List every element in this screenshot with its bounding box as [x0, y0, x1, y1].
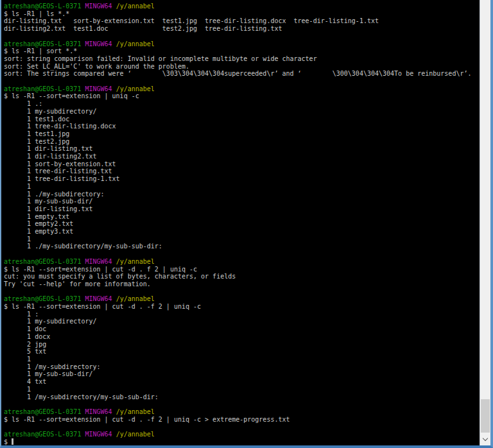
- terminal-line: sort: string comparison failed: Invalid …: [4, 55, 478, 63]
- terminal-text-segment: dir-listing.txt sort-by-extension.txt te…: [4, 17, 379, 24]
- terminal-text-segment: sort: The strings compared were ‘ \303\3…: [4, 70, 471, 77]
- scrollbar[interactable]: [480, 0, 490, 445]
- terminal-text-segment: 1 .:: [4, 100, 42, 107]
- terminal-line: 1: [4, 236, 478, 243]
- terminal-text-segment: 1 doc: [4, 325, 46, 332]
- terminal-text-segment: 1 empty3.txt: [4, 228, 73, 235]
- terminal-text-segment: 1: [4, 183, 31, 190]
- prompt-env: MINGW64: [85, 295, 112, 302]
- terminal-text-segment: 1 /my-subdirectory:: [4, 363, 101, 370]
- terminal-text-segment: $ ls -R1 | ls *.*: [4, 10, 69, 17]
- terminal-line: 1 my-subdirectory/: [4, 108, 478, 116]
- terminal-text-segment: 1 empty.txt: [4, 213, 69, 220]
- terminal-text-segment: 5 txt: [4, 348, 46, 355]
- terminal-line: atreshan@GEOS-L-0371 MINGW64 /y/annabel: [4, 3, 478, 10]
- terminal-text-segment: 1 :: [4, 311, 39, 318]
- terminal-line: $ ls -R1 | ls *.*: [4, 10, 478, 18]
- prompt-cwd: /y/annabel: [116, 258, 155, 265]
- terminal-text-segment: $ ls -R1 --sort=extension | cut -d . -f …: [4, 303, 201, 310]
- terminal-text-segment: $ ls -R1 | sort *.*: [4, 47, 77, 55]
- terminal-line: [4, 288, 478, 296]
- prompt-cwd: /y/annabel: [116, 3, 155, 10]
- terminal-line: 1 :: [4, 311, 478, 318]
- terminal-text-segment: 1: [4, 386, 31, 393]
- prompt-cwd: /y/annabel: [116, 431, 155, 438]
- terminal-line: 1 test2.jpg: [4, 138, 478, 146]
- terminal-line: [4, 401, 478, 408]
- terminal-line: $ ls -R1 --sort=extension | uniq -c: [4, 92, 478, 100]
- terminal-line: atreshan@GEOS-L-0371 MINGW64 /y/annabel: [4, 295, 478, 303]
- terminal-line: 1 tree-dir-listing.txt: [4, 168, 478, 175]
- terminal-line: atreshan@GEOS-L-0371 MINGW64 /y/annabel: [4, 85, 478, 93]
- prompt-user-host: atreshan@GEOS-L-0371: [4, 408, 81, 415]
- text-cursor: [12, 438, 13, 445]
- terminal-text-segment: 1 test2.jpg: [4, 138, 69, 145]
- terminal-line: 1 test1.doc: [4, 116, 478, 123]
- terminal-line: 1 empty2.txt: [4, 220, 478, 228]
- terminal-line: [4, 78, 478, 85]
- terminal-line: sort: Set LC_ALL='C' to work around the …: [4, 63, 478, 71]
- prompt-user-host: atreshan@GEOS-L-0371: [4, 258, 81, 265]
- scrollbar-thumb[interactable]: [481, 399, 490, 433]
- prompt-symbol: $: [4, 438, 12, 445]
- terminal-text-segment: 1 dir-listing.txt: [4, 145, 92, 152]
- terminal-line: [4, 250, 478, 258]
- terminal-line: $ ls -R1 --sort=extension | cut -d . -f …: [4, 416, 478, 424]
- terminal-line: 1 dir-listing.txt: [4, 205, 478, 213]
- terminal-line: dir-listing2.txt test1.doc test2.jpg tre…: [4, 25, 478, 33]
- prompt-cwd: /y/annabel: [116, 408, 155, 415]
- prompt-user-host: atreshan@GEOS-L-0371: [4, 431, 81, 438]
- terminal-line: 1 doc: [4, 325, 478, 333]
- terminal-text-segment: 1 docx: [4, 333, 50, 340]
- prompt-user-host: atreshan@GEOS-L-0371: [4, 40, 81, 47]
- terminal-text-segment: 1 my-sub-sub-dir/: [4, 198, 92, 205]
- terminal-text-segment: $ ls -R1 --sort=extension | cut -d . f 2…: [4, 266, 197, 273]
- terminal-text-segment: Try 'cut --help' for more information.: [4, 280, 151, 288]
- terminal-text-segment: 1: [4, 356, 31, 363]
- terminal-text-segment: sort: string comparison failed: Invalid …: [4, 55, 317, 62]
- prompt-cwd: /y/annabel: [116, 295, 155, 302]
- terminal-line: 5 txt: [4, 348, 478, 356]
- terminal-line: $ ls -R1 --sort=extension | cut -d . -f …: [4, 303, 478, 311]
- terminal-line: 4 txt: [4, 378, 478, 386]
- terminal-line: 1 ./my-subdirectory:: [4, 191, 478, 198]
- terminal-line: 1 dir-listing2.txt: [4, 153, 478, 160]
- terminal-text-segment: 1 empty2.txt: [4, 220, 73, 227]
- terminal-line: 1 tree-dir-listing-1.txt: [4, 175, 478, 183]
- scroll-down-button[interactable]: [480, 434, 490, 445]
- terminal-line: 1 sort-by-extension.txt: [4, 160, 478, 168]
- terminal-line: atreshan@GEOS-L-0371 MINGW64 /y/annabel: [4, 40, 478, 48]
- terminal-line: 1: [4, 386, 478, 393]
- terminal-text-segment: 1 test1.jpg: [4, 130, 69, 137]
- prompt-env: MINGW64: [85, 40, 112, 47]
- terminal-line: sort: The strings compared were ‘ \303\3…: [4, 70, 478, 78]
- terminal-line: $: [4, 438, 478, 445]
- terminal-line: Try 'cut --help' for more information.: [4, 280, 478, 288]
- terminal-line: $ ls -R1 --sort=extension | cut -d . f 2…: [4, 266, 478, 273]
- terminal-text-segment: 1 test1.doc: [4, 116, 69, 123]
- terminal-line: 1 tree-dir-listing.docx: [4, 123, 478, 130]
- terminal-text-segment: 1 dir-listing.txt: [4, 205, 92, 212]
- terminal-text-segment: 1 tree-dir-listing.docx: [4, 123, 116, 130]
- terminal-line: cut: you must specify a list of bytes, c…: [4, 273, 478, 280]
- terminal-line: 1 empty.txt: [4, 213, 478, 221]
- terminal-line: 1 docx: [4, 333, 478, 341]
- terminal-text-segment: 1 tree-dir-listing.txt: [4, 168, 112, 175]
- prompt-user-host: atreshan@GEOS-L-0371: [4, 3, 81, 10]
- terminal-text-segment: sort: Set LC_ALL='C' to work around the …: [4, 63, 189, 70]
- terminal-output[interactable]: atreshan@GEOS-L-0371 MINGW64 /y/annabel$…: [1, 0, 480, 445]
- terminal-line: 2 jpg: [4, 341, 478, 349]
- terminal-line: 1 /my-subdirectory/my-sub-sub-dir:: [4, 393, 478, 401]
- terminal-line: 1 my-sub-sub-dir/: [4, 198, 478, 205]
- prompt-env: MINGW64: [85, 3, 112, 10]
- terminal-text-segment: 1 ./my-subdirectory:: [4, 191, 105, 198]
- prompt-env: MINGW64: [85, 408, 112, 415]
- terminal-line: [4, 423, 478, 431]
- prompt-env: MINGW64: [85, 258, 112, 265]
- terminal-text-segment: 1 /my-subdirectory/my-sub-sub-dir:: [4, 393, 159, 401]
- terminal-window: atreshan@GEOS-L-0371 MINGW64 /y/annabel$…: [0, 0, 493, 448]
- terminal-text-segment: 1 my-sub-sub-dir/: [4, 370, 92, 377]
- terminal-line: atreshan@GEOS-L-0371 MINGW64 /y/annabel: [4, 431, 478, 438]
- terminal-line: [4, 33, 478, 40]
- terminal-text-segment: dir-listing2.txt test1.doc test2.jpg tre…: [4, 25, 282, 32]
